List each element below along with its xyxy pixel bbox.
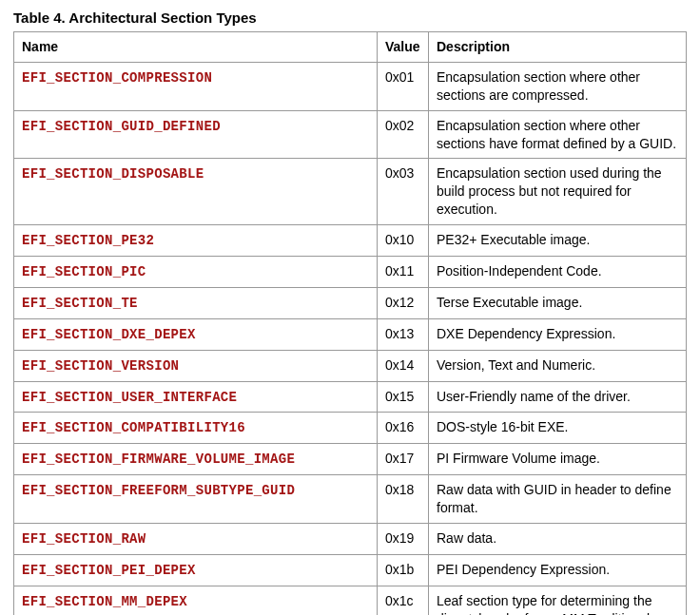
cell-name: EFI_SECTION_MM_DEPEX xyxy=(14,586,378,615)
table-row: EFI_SECTION_DISPOSABLE0x03Encapsulation … xyxy=(14,159,687,225)
cell-name: EFI_SECTION_DISPOSABLE xyxy=(14,159,378,225)
section-type-code: EFI_SECTION_TE xyxy=(22,296,138,311)
table-row: EFI_SECTION_DXE_DEPEX0x13DXE Dependency … xyxy=(14,318,687,350)
cell-name: EFI_SECTION_COMPRESSION xyxy=(14,62,378,110)
section-type-code: EFI_SECTION_COMPRESSION xyxy=(22,70,212,86)
cell-description: Raw data. xyxy=(429,524,687,555)
header-name: Name xyxy=(14,32,378,63)
table-row: EFI_SECTION_USER_INTERFACE0x15User-Frien… xyxy=(14,381,687,413)
cell-name: EFI_SECTION_PE32 xyxy=(14,225,378,257)
cell-name: EFI_SECTION_DXE_DEPEX xyxy=(14,318,378,350)
cell-value: 0x02 xyxy=(378,110,429,159)
cell-name: EFI_SECTION_RAW xyxy=(14,524,378,555)
cell-name: EFI_SECTION_VERSION xyxy=(14,350,378,381)
cell-name: EFI_SECTION_PIC xyxy=(14,257,378,288)
header-value: Value xyxy=(378,32,429,63)
table-row: EFI_SECTION_TE0x12Terse Executable image… xyxy=(14,287,687,318)
cell-value: 0x13 xyxy=(378,318,429,350)
table-header-row: Name Value Description xyxy=(14,32,687,63)
section-type-code: EFI_SECTION_FREEFORM_SUBTYPE_GUID xyxy=(22,483,295,498)
cell-description: Encapsulation section where other sectio… xyxy=(429,110,687,159)
cell-value: 0x16 xyxy=(378,413,429,444)
table-row: EFI_SECTION_PE320x10PE32+ Executable ima… xyxy=(14,225,687,257)
cell-description: Encapsulation section where other sectio… xyxy=(429,62,687,110)
section-type-code: EFI_SECTION_GUID_DEFINED xyxy=(22,119,221,134)
cell-description: DXE Dependency Expression. xyxy=(429,318,687,350)
cell-value: 0x18 xyxy=(378,475,429,524)
table-row: EFI_SECTION_PIC0x11Position-Independent … xyxy=(14,257,687,288)
cell-value: 0x1c xyxy=(378,586,429,615)
header-description: Description xyxy=(429,32,687,63)
table-row: EFI_SECTION_VERSION0x14Version, Text and… xyxy=(14,350,687,381)
cell-value: 0x15 xyxy=(378,381,429,413)
cell-name: EFI_SECTION_COMPATIBILITY16 xyxy=(14,413,378,444)
cell-description: Raw data with GUID in header to define f… xyxy=(429,475,687,524)
section-type-code: EFI_SECTION_VERSION xyxy=(22,358,179,374)
cell-description: Terse Executable image. xyxy=(429,287,687,318)
section-type-code: EFI_SECTION_RAW xyxy=(22,531,146,547)
section-type-code: EFI_SECTION_DISPOSABLE xyxy=(22,166,204,182)
cell-description: User-Friendly name of the driver. xyxy=(429,381,687,413)
section-type-code: EFI_SECTION_FIRMWARE_VOLUME_IMAGE xyxy=(22,452,295,467)
cell-value: 0x1b xyxy=(378,554,429,586)
cell-description: DOS-style 16-bit EXE. xyxy=(429,413,687,444)
table-row: EFI_SECTION_GUID_DEFINED0x02Encapsulatio… xyxy=(14,110,687,159)
cell-description: PEI Dependency Expression. xyxy=(429,554,687,586)
table-row: EFI_SECTION_MM_DEPEX0x1cLeaf section typ… xyxy=(14,586,687,615)
cell-description: PI Firmware Volume image. xyxy=(429,444,687,475)
section-type-code: EFI_SECTION_PIC xyxy=(22,264,146,279)
table-row: EFI_SECTION_PEI_DEPEX0x1bPEI Dependency … xyxy=(14,554,687,586)
section-type-code: EFI_SECTION_USER_INTERFACE xyxy=(22,390,237,405)
cell-value: 0x10 xyxy=(378,225,429,257)
section-type-code: EFI_SECTION_COMPATIBILITY16 xyxy=(22,420,245,435)
cell-name: EFI_SECTION_USER_INTERFACE xyxy=(14,381,378,413)
table-body: EFI_SECTION_COMPRESSION0x01Encapsulation… xyxy=(14,62,687,615)
section-type-code: EFI_SECTION_PE32 xyxy=(22,233,154,248)
section-type-code: EFI_SECTION_MM_DEPEX xyxy=(22,594,187,609)
table-row: EFI_SECTION_FIRMWARE_VOLUME_IMAGE0x17PI … xyxy=(14,444,687,475)
cell-value: 0x19 xyxy=(378,524,429,555)
cell-value: 0x12 xyxy=(378,287,429,318)
cell-description: Leaf section type for determining the di… xyxy=(429,586,687,615)
section-types-table: Name Value Description EFI_SECTION_COMPR… xyxy=(13,31,687,615)
table-row: EFI_SECTION_RAW0x19Raw data. xyxy=(14,524,687,555)
cell-description: PE32+ Executable image. xyxy=(429,225,687,257)
cell-description: Encapsulation section used during the bu… xyxy=(429,159,687,225)
cell-value: 0x17 xyxy=(378,444,429,475)
cell-value: 0x01 xyxy=(378,62,429,110)
section-type-code: EFI_SECTION_DXE_DEPEX xyxy=(22,327,196,342)
cell-name: EFI_SECTION_FIRMWARE_VOLUME_IMAGE xyxy=(14,444,378,475)
cell-description: Version, Text and Numeric. xyxy=(429,350,687,381)
table-row: EFI_SECTION_COMPATIBILITY160x16DOS-style… xyxy=(14,413,687,444)
cell-description: Position-Independent Code. xyxy=(429,257,687,288)
table-row: EFI_SECTION_COMPRESSION0x01Encapsulation… xyxy=(14,62,687,110)
cell-value: 0x03 xyxy=(378,159,429,225)
section-type-code: EFI_SECTION_PEI_DEPEX xyxy=(22,563,196,578)
cell-name: EFI_SECTION_FREEFORM_SUBTYPE_GUID xyxy=(14,475,378,524)
cell-value: 0x14 xyxy=(378,350,429,381)
cell-name: EFI_SECTION_TE xyxy=(14,287,378,318)
cell-name: EFI_SECTION_PEI_DEPEX xyxy=(14,554,378,586)
cell-name: EFI_SECTION_GUID_DEFINED xyxy=(14,110,378,159)
table-row: EFI_SECTION_FREEFORM_SUBTYPE_GUID0x18Raw… xyxy=(14,475,687,524)
table-title: Table 4. Architectural Section Types xyxy=(13,10,687,26)
cell-value: 0x11 xyxy=(378,257,429,288)
